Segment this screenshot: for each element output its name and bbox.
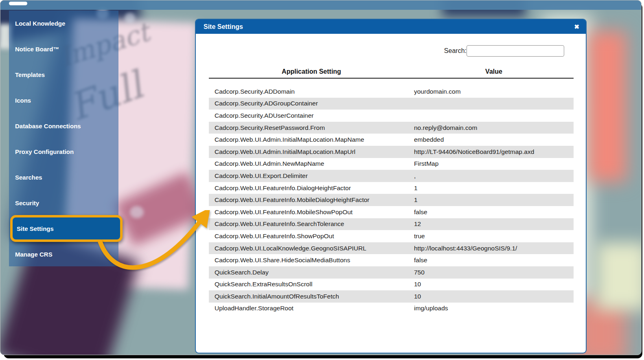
value-cell: yourdomain.com: [414, 88, 574, 95]
setting-cell: Cadcorp.Web.UI.Share.HideSocialMediaButt…: [209, 257, 414, 264]
table-header: Application Setting Value: [209, 66, 574, 79]
value-cell: false: [414, 209, 574, 216]
value-cell: false: [414, 257, 574, 264]
setting-cell: QuickSearch.Delay: [209, 269, 414, 276]
app-window: Impact Full Local KnowledgeNotice Board™…: [0, 0, 642, 355]
search-input[interactable]: [467, 45, 564, 57]
setting-cell: Cadcorp.Security.ADGroupContainer: [209, 100, 414, 107]
setting-cell: Cadcorp.Web.UI.FeatureInfo.MobileDialogH…: [209, 196, 414, 204]
callout-arrow-icon: [93, 210, 212, 283]
table-row[interactable]: Cadcorp.Security.ResetPassword.Fromno.re…: [209, 122, 574, 134]
setting-cell: UploadHandler.StorageRoot: [209, 305, 414, 312]
sidebar-item-label: Manage CRS: [15, 251, 53, 258]
table-row[interactable]: Cadcorp.Security.ADUserContainer: [209, 110, 574, 122]
setting-cell: Cadcorp.Web.UI.LocalKnowledge.GeognoSISA…: [209, 245, 414, 252]
menu-toggle[interactable]: [9, 2, 27, 5]
column-header-setting: Application Setting: [209, 68, 414, 75]
sidebar-item-proxy-configuration[interactable]: Proxy Configuration: [9, 139, 118, 165]
close-icon[interactable]: ✖: [574, 24, 579, 30]
sidebar-item-label: Notice Board™: [15, 46, 59, 53]
table-row[interactable]: Cadcorp.Web.UI.LocalKnowledge.GeognoSISA…: [209, 242, 574, 255]
table-row[interactable]: Cadcorp.Web.UI.Admin.InitialMapLocation.…: [209, 134, 574, 146]
sidebar-item-label: Searches: [15, 174, 42, 181]
value-cell: 10: [414, 293, 574, 300]
sidebar-item-label: Database Connections: [15, 123, 81, 130]
sidebar-item-searches[interactable]: Searches: [9, 165, 118, 190]
table-row[interactable]: QuickSearch.ExtraResultsOnScroll10: [209, 279, 574, 291]
table-row[interactable]: Cadcorp.Web.UI.Admin.InitialMapLocation.…: [209, 146, 574, 158]
value-cell: no.reply@domain.com: [414, 124, 574, 132]
top-bar: [0, 0, 641, 10]
table-row[interactable]: Cadcorp.Security.ADDomainyourdomain.com: [209, 86, 574, 98]
table-row[interactable]: QuickSearch.Delay750: [209, 266, 574, 279]
value-cell: 1: [414, 184, 574, 192]
value-cell: true: [414, 233, 574, 240]
table-spacer: [209, 79, 574, 86]
value-cell: FirstMap: [414, 160, 574, 167]
table-row[interactable]: Cadcorp.Web.UI.FeatureInfo.SearchToleran…: [209, 218, 574, 230]
sidebar-item-label: Templates: [15, 71, 45, 78]
site-settings-dialog: Site Settings ✖ Search: Application Sett…: [195, 19, 587, 353]
setting-cell: Cadcorp.Web.UI.Admin.InitialMapLocation.…: [209, 136, 414, 143]
sidebar-item-templates[interactable]: Templates: [9, 62, 118, 88]
table-row[interactable]: Cadcorp.Web.UI.FeatureInfo.ShowPopOuttru…: [209, 230, 574, 242]
column-header-value: Value: [414, 68, 574, 75]
settings-rows: Cadcorp.Security.ADDomainyourdomain.comC…: [209, 86, 574, 314]
value-cell: 12: [414, 220, 574, 228]
sidebar-item-label: Local Knowledge: [15, 20, 65, 27]
setting-cell: Cadcorp.Security.ADUserContainer: [209, 112, 414, 119]
table-row[interactable]: QuickSearch.InitialAmountOfResultsToFetc…: [209, 290, 574, 303]
setting-cell: Cadcorp.Web.UI.FeatureInfo.DialogHeightF…: [209, 184, 414, 192]
value-cell: http://LT-94406/NoticeBoard91/getmap.axd: [414, 148, 574, 156]
value-cell: img/uploads: [414, 305, 574, 312]
value-cell: embedded: [414, 136, 574, 143]
value-cell: 750: [414, 269, 574, 276]
background-blob: [597, 243, 642, 310]
sidebar-item-label: Site Settings: [17, 225, 54, 232]
table-row[interactable]: Cadcorp.Web.UI.Export.Delimiter,: [209, 170, 574, 182]
value-cell: http://localhost:4433/GeognoSIS/9.1/: [414, 245, 574, 252]
sidebar-item-label: Security: [15, 200, 39, 206]
setting-cell: Cadcorp.Security.ADDomain: [209, 88, 414, 95]
sidebar-item-local-knowledge[interactable]: Local Knowledge: [9, 11, 118, 36]
setting-cell: QuickSearch.ExtraResultsOnScroll: [209, 281, 414, 288]
dialog-header: Site Settings ✖: [196, 20, 586, 34]
value-cell: 10: [414, 281, 574, 288]
sidebar-item-label: Proxy Configuration: [15, 148, 74, 155]
search-row: Search:: [444, 45, 564, 57]
sidebar-item-notice-board[interactable]: Notice Board™: [9, 36, 118, 62]
sidebar-item-database-connections[interactable]: Database Connections: [9, 113, 118, 139]
setting-cell: Cadcorp.Web.UI.Admin.InitialMapLocation.…: [209, 148, 414, 156]
background-blob: [588, 31, 626, 182]
value-cell: 1: [414, 196, 574, 204]
search-label: Search:: [444, 47, 467, 55]
sidebar-item-icons[interactable]: Icons: [9, 88, 118, 113]
setting-cell: QuickSearch.InitialAmountOfResultsToFetc…: [209, 293, 414, 300]
setting-cell: Cadcorp.Security.ResetPassword.From: [209, 124, 414, 132]
table-row[interactable]: Cadcorp.Security.ADGroupContainer: [209, 98, 574, 110]
table-row[interactable]: Cadcorp.Web.UI.FeatureInfo.MobileShowPop…: [209, 206, 574, 218]
setting-cell: Cadcorp.Web.UI.Export.Delimiter: [209, 172, 414, 180]
sidebar-item-label: Icons: [15, 97, 31, 104]
table-row[interactable]: Cadcorp.Web.UI.FeatureInfo.DialogHeightF…: [209, 182, 574, 194]
table-row[interactable]: Cadcorp.Web.UI.Admin.NewMapNameFirstMap: [209, 158, 574, 170]
settings-table: Application Setting Value Cadcorp.Securi…: [209, 66, 574, 314]
setting-cell: Cadcorp.Web.UI.FeatureInfo.ShowPopOut: [209, 233, 414, 240]
setting-cell: Cadcorp.Web.UI.FeatureInfo.MobileShowPop…: [209, 209, 414, 216]
table-row[interactable]: UploadHandler.StorageRootimg/uploads: [209, 303, 574, 315]
setting-cell: Cadcorp.Web.UI.FeatureInfo.SearchToleran…: [209, 220, 414, 228]
table-row[interactable]: Cadcorp.Web.UI.FeatureInfo.MobileDialogH…: [209, 194, 574, 206]
table-row[interactable]: Cadcorp.Web.UI.Share.HideSocialMediaButt…: [209, 254, 574, 266]
value-cell: ,: [414, 172, 574, 180]
dialog-title: Site Settings: [204, 23, 574, 31]
push-pin: [125, 13, 135, 23]
setting-cell: Cadcorp.Web.UI.Admin.NewMapName: [209, 160, 414, 167]
